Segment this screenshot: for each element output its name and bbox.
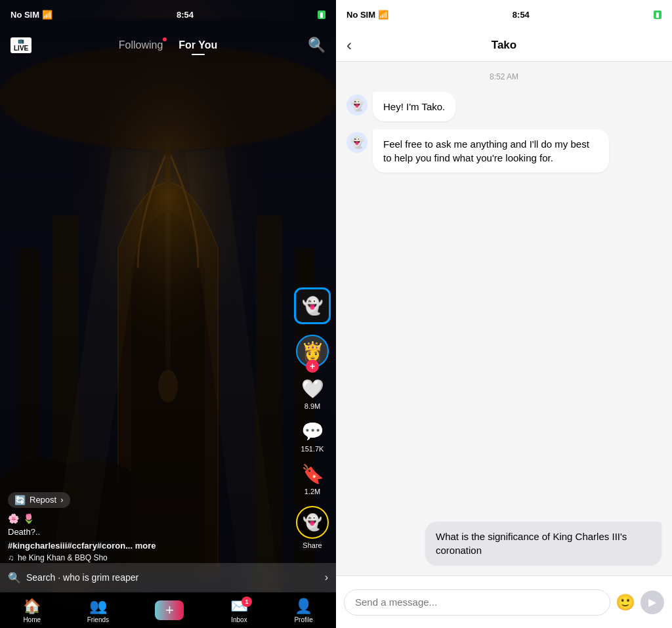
bubble-1: Hey! I'm Tako. xyxy=(373,92,455,121)
user-message: What is the significance of King Charles… xyxy=(346,522,662,565)
nav-add[interactable]: + xyxy=(155,600,184,620)
search-button[interactable]: 🔍 xyxy=(308,37,326,54)
nav-friends[interactable]: 👥 Friends xyxy=(87,598,109,623)
send-button[interactable]: ▶ xyxy=(640,591,664,614)
music-info: ♫ he King Khan & BBQ Sho xyxy=(8,553,290,562)
following-tab[interactable]: Following xyxy=(119,39,163,51)
status-bar-left: No SIM 📶 8:54 ▮ xyxy=(0,0,336,29)
snapchat-icon: 👻 xyxy=(303,513,322,532)
tako-message-2: 👻 Feel free to ask me anything and I'll … xyxy=(346,129,662,173)
share-button[interactable]: 👻 Share xyxy=(296,506,329,549)
message-input[interactable] xyxy=(344,589,610,616)
creator-avatar-section: 👻 xyxy=(294,287,331,324)
inbox-badge: 1 xyxy=(242,597,252,607)
time-left: 8:54 xyxy=(177,10,194,20)
wifi-icon-right: 📶 xyxy=(378,10,388,20)
tako-chat-panel: No SIM 📶 8:54 ▮ ‹ Tako 8:52 AM 👻 Hey! I'… xyxy=(336,0,672,628)
video-info: 🔄 Repost › 🌸 🌷 Death?.. #kingcharlesiii#… xyxy=(8,492,290,562)
notification-dot xyxy=(163,37,167,41)
chat-input-area: 🙂 ▶ xyxy=(336,576,672,628)
carrier-info: No SIM 📶 xyxy=(10,10,52,20)
video-actions: 👻 👸 + 🤍 8.9M 💬 151.7K 🔖 1.2M xyxy=(294,287,331,549)
share-circle: 👻 xyxy=(296,506,329,539)
bookmark-button[interactable]: 🔖 1.2M xyxy=(301,463,324,495)
emoji-button[interactable]: 🙂 xyxy=(616,593,635,612)
foryou-tab[interactable]: For You xyxy=(178,39,217,51)
music-note-icon: ♫ xyxy=(8,553,14,562)
ghost-icon-2: 👻 xyxy=(350,135,364,150)
bookmark-icon: 🔖 xyxy=(301,463,324,485)
battery-icon-right: ▮ xyxy=(654,10,662,19)
repost-icon: 🔄 xyxy=(14,495,26,505)
battery-area-left: ▮ xyxy=(318,10,326,19)
creator-avatar-selected[interactable]: 👻 xyxy=(294,287,331,324)
nav-tabs: Following For You xyxy=(119,39,218,51)
search-arrow-icon: › xyxy=(325,572,328,583)
status-bar-right: No SIM 📶 8:54 ▮ xyxy=(336,0,672,29)
add-button[interactable]: + xyxy=(155,600,184,620)
time-right: 8:54 xyxy=(513,10,530,20)
chat-title: Tako xyxy=(492,39,516,52)
comment-button[interactable]: 💬 151.7K xyxy=(301,421,324,453)
tako-avatar-1: 👻 xyxy=(346,94,368,115)
repost-button[interactable]: 🔄 Repost › xyxy=(8,492,70,508)
profile-icon: 👤 xyxy=(295,598,312,615)
follow-button[interactable]: + xyxy=(306,360,319,373)
creator-avatar-container[interactable]: 👸 + xyxy=(296,335,329,367)
carrier-right: No SIM 📶 xyxy=(346,10,388,20)
nav-home[interactable]: 🏠 Home xyxy=(23,598,41,623)
tako-message-1: 👻 Hey! I'm Tako. xyxy=(346,92,662,121)
like-button[interactable]: 🤍 8.9M xyxy=(301,378,324,410)
search-bar-icon: 🔍 xyxy=(8,572,21,584)
video-description: Death?.. xyxy=(8,526,290,538)
top-navigation: 📺 LIVE Following For You 🔍 xyxy=(0,29,336,62)
friends-icon: 👥 xyxy=(89,598,107,615)
send-icon: ▶ xyxy=(648,596,656,608)
flower-icon: 🌷 xyxy=(23,513,34,524)
live-badge[interactable]: 📺 LIVE xyxy=(10,37,32,53)
decorative-icon: 🌸 xyxy=(8,513,19,524)
search-bar-text: Search · who is grim reaper xyxy=(26,572,325,583)
tiktok-feed-panel: No SIM 📶 8:54 ▮ 📺 LIVE Following For You… xyxy=(0,0,336,628)
hashtags[interactable]: #kingcharlesiii#ccfary#coron... more xyxy=(8,541,290,551)
battery-icon-left: ▮ xyxy=(318,10,326,19)
nav-profile[interactable]: 👤 Profile xyxy=(294,598,312,623)
message-timestamp: 8:52 AM xyxy=(346,72,662,81)
wifi-icon: 📶 xyxy=(42,10,52,20)
bottom-navigation: 🏠 Home 👥 Friends + ✉️ Inbox 1 👤 Profile xyxy=(0,592,336,628)
user-bubble: What is the significance of King Charles… xyxy=(425,522,662,565)
search-bar[interactable]: 🔍 Search · who is grim reaper › xyxy=(0,563,336,592)
bubble-2: Feel free to ask me anything and I'll do… xyxy=(373,129,609,173)
username-line: 🌸 🌷 xyxy=(8,513,290,524)
chat-header: ‹ Tako xyxy=(336,29,672,62)
comment-icon: 💬 xyxy=(301,421,324,442)
chat-spacer xyxy=(346,180,662,514)
heart-icon: 🤍 xyxy=(301,378,324,400)
music-text: he King Khan & BBQ Sho xyxy=(18,553,108,562)
tako-avatar-2: 👻 xyxy=(346,132,368,153)
chat-body: 8:52 AM 👻 Hey! I'm Tako. 👻 Feel free to … xyxy=(336,62,672,576)
home-icon: 🏠 xyxy=(23,598,41,615)
nav-inbox[interactable]: ✉️ Inbox 1 xyxy=(230,598,248,623)
back-button[interactable]: ‹ xyxy=(346,36,352,54)
carrier-text: No SIM xyxy=(10,10,39,20)
ghost-icon-1: 👻 xyxy=(350,98,364,112)
